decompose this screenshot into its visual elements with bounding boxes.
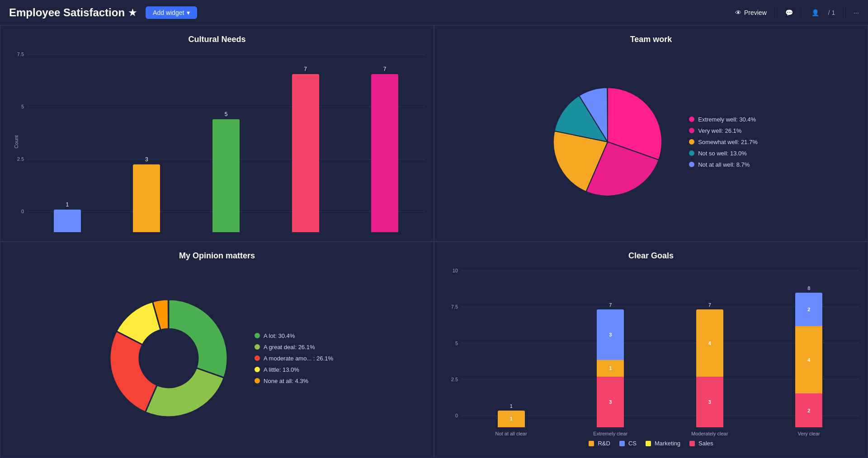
opinion-legend: A lot: 30.4%A great deal: 26.1%A moderat…	[255, 332, 333, 384]
donut-section: A lot: 30.4%A great deal: 26.1%A moderat…	[9, 268, 425, 449]
stacked-bar-item: 11Not at all clear	[462, 268, 561, 436]
pie-chart-section: Extremely well: 30.4%Very well: 26.1%Som…	[443, 51, 859, 232]
cultural-needs-title: Cultural Needs	[9, 35, 425, 44]
legend-item: Somewhat well: 21.7%	[689, 139, 758, 145]
legend-item: Not at all well: 8.7%	[689, 161, 758, 168]
title-text: Employee Satisfaction	[9, 6, 125, 19]
cultural-needs-chart: Count 7.5 5 2.5 0	[9, 51, 425, 232]
bar-chart-area: Count 7.5 5 2.5 0	[9, 51, 425, 232]
divider	[776, 7, 776, 18]
cultural-needs-panel: Cultural Needs Count 7.5 5 2.5	[0, 25, 434, 242]
clear-goals-legend: R&DCSMarketingSales	[443, 440, 859, 449]
legend-item: None at all: 4.3%	[255, 378, 333, 384]
legend-item: A lot: 30.4%	[255, 332, 333, 339]
legend-item: Not so well: 13.0%	[689, 150, 758, 157]
legend-item: Sales	[689, 440, 713, 447]
bar-item: 7Moderately well	[266, 51, 345, 232]
legend-item: R&D	[589, 440, 610, 447]
stacked-bar-item: 734Moderately clear	[660, 268, 760, 436]
legend-item: A moderate amo... : 26.1%	[255, 355, 333, 362]
legend-item: Marketing	[646, 440, 680, 447]
bar-item: 5Very well	[186, 51, 266, 232]
donut-chart	[101, 290, 236, 426]
legend-item: Extremely well: 30.4%	[689, 116, 758, 123]
clear-goals-title: Clear Goals	[443, 251, 859, 261]
page-title: Employee Satisfaction ★	[9, 6, 137, 19]
my-opinion-title: My Opinion matters	[9, 251, 425, 261]
preview-button[interactable]: 👁 Preview	[735, 9, 767, 16]
bars-wrapper: 1Slightly well3Not at all well5Very well…	[28, 51, 425, 232]
header: Employee Satisfaction ★ Add widget ▾ 👁 P…	[0, 0, 868, 25]
comment-icon[interactable]: 💬	[785, 9, 793, 16]
pie-chart	[544, 79, 671, 205]
legend-item: A little: 13.0%	[255, 366, 333, 373]
legend-item: A great deal: 26.1%	[255, 344, 333, 351]
dashboard-grid: Cultural Needs Count 7.5 5 2.5	[0, 25, 868, 458]
stacked-bars: 11Not at all clear7313Extremely clear734…	[462, 268, 859, 436]
divider2	[802, 7, 802, 18]
star-icon[interactable]: ★	[128, 7, 137, 18]
divider3	[844, 7, 844, 18]
users-icon[interactable]: 👤	[811, 9, 819, 16]
stacked-bar-item: 8242Very clear	[760, 268, 859, 436]
my-opinion-panel: My Opinion matters A lot: 30.4%A great d…	[0, 242, 434, 458]
team-work-panel: Team work Extremely well: 30.4%Very well…	[434, 25, 868, 242]
chevron-down-icon: ▾	[187, 9, 190, 16]
header-actions: 👁 Preview 💬 👤 / 1 ···	[735, 7, 859, 18]
y-axis-label: Count	[14, 135, 19, 148]
more-icon[interactable]: ···	[854, 9, 859, 16]
clear-goals-panel: Clear Goals 10 7.5 5 2.5 0 11Not at all …	[434, 242, 868, 458]
add-widget-button[interactable]: Add widget ▾	[146, 6, 197, 19]
legend-item: CS	[619, 440, 637, 447]
legend-item: Very well: 26.1%	[689, 127, 758, 134]
team-work-title: Team work	[443, 35, 859, 44]
clear-goals-chart: 10 7.5 5 2.5 0 11Not at all clear7313Ext…	[443, 268, 859, 449]
team-work-legend: Extremely well: 30.4%Very well: 26.1%Som…	[689, 116, 758, 168]
eye-icon: 👁	[735, 9, 741, 16]
stacked-bar-item: 7313Extremely clear	[561, 268, 660, 436]
bar-item: 3Not at all well	[107, 51, 187, 232]
bar-item: 1Slightly well	[28, 51, 107, 232]
bar-item: 7Extremely well	[345, 51, 425, 232]
